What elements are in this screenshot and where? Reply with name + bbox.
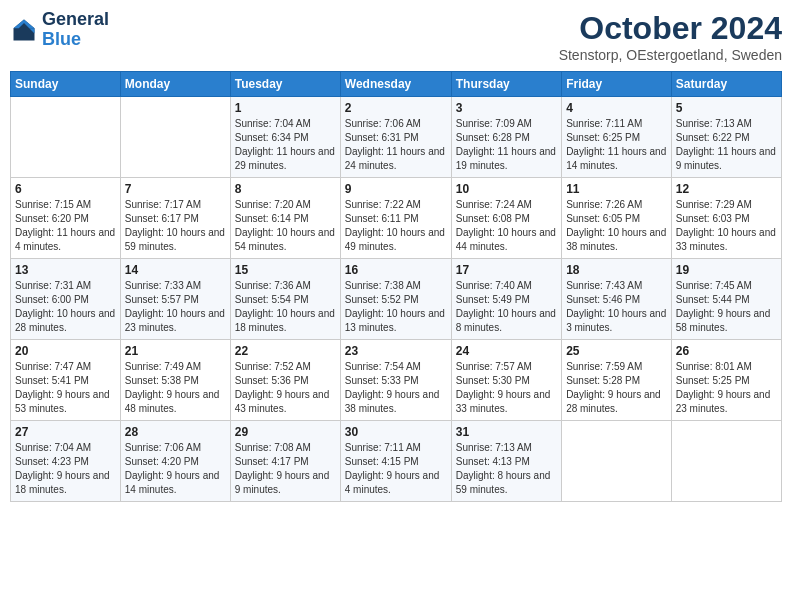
calendar-day-cell: 11Sunrise: 7:26 AM Sunset: 6:05 PM Dayli… [562,178,672,259]
day-info: Sunrise: 7:59 AM Sunset: 5:28 PM Dayligh… [566,360,667,416]
calendar-day-cell: 4Sunrise: 7:11 AM Sunset: 6:25 PM Daylig… [562,97,672,178]
day-number: 18 [566,263,667,277]
day-number: 12 [676,182,777,196]
calendar-day-cell: 17Sunrise: 7:40 AM Sunset: 5:49 PM Dayli… [451,259,561,340]
calendar-day-cell: 30Sunrise: 7:11 AM Sunset: 4:15 PM Dayli… [340,421,451,502]
calendar-day-cell: 19Sunrise: 7:45 AM Sunset: 5:44 PM Dayli… [671,259,781,340]
calendar-day-cell: 9Sunrise: 7:22 AM Sunset: 6:11 PM Daylig… [340,178,451,259]
day-number: 7 [125,182,226,196]
day-number: 4 [566,101,667,115]
calendar-day-cell [120,97,230,178]
logo-icon [10,16,38,44]
weekday-header-cell: Friday [562,72,672,97]
location-subtitle: Stenstorp, OEstergoetland, Sweden [559,47,782,63]
calendar-day-cell: 10Sunrise: 7:24 AM Sunset: 6:08 PM Dayli… [451,178,561,259]
day-number: 26 [676,344,777,358]
day-number: 27 [15,425,116,439]
day-info: Sunrise: 7:11 AM Sunset: 6:25 PM Dayligh… [566,117,667,173]
calendar-day-cell: 3Sunrise: 7:09 AM Sunset: 6:28 PM Daylig… [451,97,561,178]
calendar-day-cell: 7Sunrise: 7:17 AM Sunset: 6:17 PM Daylig… [120,178,230,259]
month-title: October 2024 [559,10,782,47]
day-number: 25 [566,344,667,358]
day-info: Sunrise: 7:04 AM Sunset: 6:34 PM Dayligh… [235,117,336,173]
day-number: 23 [345,344,447,358]
day-number: 9 [345,182,447,196]
day-info: Sunrise: 7:20 AM Sunset: 6:14 PM Dayligh… [235,198,336,254]
logo-line1: General [42,9,109,29]
calendar-day-cell: 6Sunrise: 7:15 AM Sunset: 6:20 PM Daylig… [11,178,121,259]
title-block: October 2024 Stenstorp, OEstergoetland, … [559,10,782,63]
day-number: 22 [235,344,336,358]
calendar-day-cell: 23Sunrise: 7:54 AM Sunset: 5:33 PM Dayli… [340,340,451,421]
day-number: 2 [345,101,447,115]
day-number: 1 [235,101,336,115]
day-number: 3 [456,101,557,115]
day-info: Sunrise: 7:43 AM Sunset: 5:46 PM Dayligh… [566,279,667,335]
calendar-day-cell: 8Sunrise: 7:20 AM Sunset: 6:14 PM Daylig… [230,178,340,259]
day-info: Sunrise: 7:40 AM Sunset: 5:49 PM Dayligh… [456,279,557,335]
calendar-day-cell: 26Sunrise: 8:01 AM Sunset: 5:25 PM Dayli… [671,340,781,421]
day-info: Sunrise: 7:04 AM Sunset: 4:23 PM Dayligh… [15,441,116,497]
day-number: 17 [456,263,557,277]
day-number: 28 [125,425,226,439]
logo: General Blue [10,10,109,50]
day-info: Sunrise: 7:47 AM Sunset: 5:41 PM Dayligh… [15,360,116,416]
day-info: Sunrise: 7:09 AM Sunset: 6:28 PM Dayligh… [456,117,557,173]
calendar-day-cell: 31Sunrise: 7:13 AM Sunset: 4:13 PM Dayli… [451,421,561,502]
day-number: 15 [235,263,336,277]
day-number: 6 [15,182,116,196]
day-info: Sunrise: 7:15 AM Sunset: 6:20 PM Dayligh… [15,198,116,254]
logo-line2: Blue [42,29,81,49]
calendar-day-cell: 1Sunrise: 7:04 AM Sunset: 6:34 PM Daylig… [230,97,340,178]
day-info: Sunrise: 7:06 AM Sunset: 6:31 PM Dayligh… [345,117,447,173]
weekday-header-cell: Tuesday [230,72,340,97]
calendar-table: SundayMondayTuesdayWednesdayThursdayFrid… [10,71,782,502]
day-info: Sunrise: 7:49 AM Sunset: 5:38 PM Dayligh… [125,360,226,416]
day-number: 8 [235,182,336,196]
day-number: 11 [566,182,667,196]
calendar-day-cell: 5Sunrise: 7:13 AM Sunset: 6:22 PM Daylig… [671,97,781,178]
calendar-body: 1Sunrise: 7:04 AM Sunset: 6:34 PM Daylig… [11,97,782,502]
calendar-day-cell: 13Sunrise: 7:31 AM Sunset: 6:00 PM Dayli… [11,259,121,340]
day-info: Sunrise: 7:36 AM Sunset: 5:54 PM Dayligh… [235,279,336,335]
day-number: 29 [235,425,336,439]
weekday-header-cell: Wednesday [340,72,451,97]
weekday-header-cell: Saturday [671,72,781,97]
day-info: Sunrise: 7:06 AM Sunset: 4:20 PM Dayligh… [125,441,226,497]
logo-text: General Blue [42,10,109,50]
day-info: Sunrise: 7:57 AM Sunset: 5:30 PM Dayligh… [456,360,557,416]
calendar-week-row: 13Sunrise: 7:31 AM Sunset: 6:00 PM Dayli… [11,259,782,340]
calendar-day-cell: 16Sunrise: 7:38 AM Sunset: 5:52 PM Dayli… [340,259,451,340]
calendar-week-row: 1Sunrise: 7:04 AM Sunset: 6:34 PM Daylig… [11,97,782,178]
weekday-header-cell: Sunday [11,72,121,97]
day-info: Sunrise: 7:26 AM Sunset: 6:05 PM Dayligh… [566,198,667,254]
day-info: Sunrise: 7:17 AM Sunset: 6:17 PM Dayligh… [125,198,226,254]
calendar-day-cell: 15Sunrise: 7:36 AM Sunset: 5:54 PM Dayli… [230,259,340,340]
calendar-week-row: 6Sunrise: 7:15 AM Sunset: 6:20 PM Daylig… [11,178,782,259]
day-number: 30 [345,425,447,439]
day-number: 13 [15,263,116,277]
calendar-day-cell: 29Sunrise: 7:08 AM Sunset: 4:17 PM Dayli… [230,421,340,502]
calendar-header-row: SundayMondayTuesdayWednesdayThursdayFrid… [11,72,782,97]
day-number: 20 [15,344,116,358]
calendar-week-row: 20Sunrise: 7:47 AM Sunset: 5:41 PM Dayli… [11,340,782,421]
day-number: 31 [456,425,557,439]
calendar-day-cell: 28Sunrise: 7:06 AM Sunset: 4:20 PM Dayli… [120,421,230,502]
day-number: 19 [676,263,777,277]
day-info: Sunrise: 7:52 AM Sunset: 5:36 PM Dayligh… [235,360,336,416]
calendar-day-cell [11,97,121,178]
calendar-week-row: 27Sunrise: 7:04 AM Sunset: 4:23 PM Dayli… [11,421,782,502]
day-info: Sunrise: 8:01 AM Sunset: 5:25 PM Dayligh… [676,360,777,416]
day-info: Sunrise: 7:24 AM Sunset: 6:08 PM Dayligh… [456,198,557,254]
day-info: Sunrise: 7:29 AM Sunset: 6:03 PM Dayligh… [676,198,777,254]
calendar-day-cell: 12Sunrise: 7:29 AM Sunset: 6:03 PM Dayli… [671,178,781,259]
calendar-day-cell: 22Sunrise: 7:52 AM Sunset: 5:36 PM Dayli… [230,340,340,421]
day-number: 5 [676,101,777,115]
calendar-day-cell [671,421,781,502]
day-number: 16 [345,263,447,277]
weekday-header-cell: Thursday [451,72,561,97]
day-info: Sunrise: 7:31 AM Sunset: 6:00 PM Dayligh… [15,279,116,335]
day-info: Sunrise: 7:45 AM Sunset: 5:44 PM Dayligh… [676,279,777,335]
calendar-day-cell: 20Sunrise: 7:47 AM Sunset: 5:41 PM Dayli… [11,340,121,421]
day-info: Sunrise: 7:22 AM Sunset: 6:11 PM Dayligh… [345,198,447,254]
